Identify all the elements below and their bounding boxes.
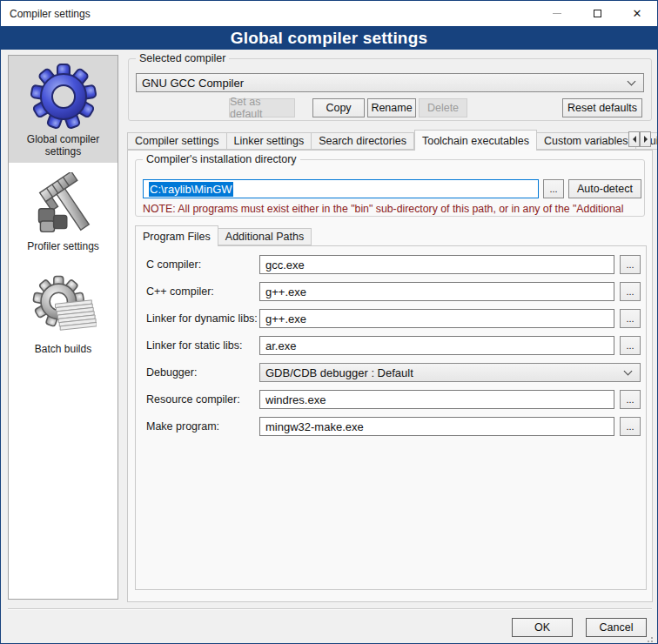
arrow-right-icon bbox=[644, 136, 648, 143]
sidebar-item-label: Batch builds bbox=[9, 341, 118, 355]
c-compiler-label: C compiler: bbox=[146, 258, 201, 271]
compiler-select[interactable]: GNU GCC Compiler bbox=[136, 73, 644, 92]
selected-compiler-legend: Selected compiler bbox=[136, 52, 229, 64]
delete-button[interactable]: Delete bbox=[419, 98, 467, 117]
tab-program-files[interactable]: Program Files bbox=[135, 225, 218, 246]
static-linker-input[interactable] bbox=[259, 336, 614, 355]
settings-sidebar: Global compiler settings bbox=[8, 55, 118, 600]
c-compiler-browse-button[interactable]: ... bbox=[620, 255, 641, 274]
debugger-select[interactable]: GDB/CDB debugger : Default bbox=[259, 363, 641, 382]
install-dir-group: Compiler's installation directory C:\ray… bbox=[135, 159, 645, 217]
install-dir-note: NOTE: All programs must exist either in … bbox=[143, 203, 642, 215]
chevron-down-icon bbox=[628, 77, 636, 85]
sidebar-item-label: Global compiler settings bbox=[9, 131, 118, 158]
tab-scroll-right-button[interactable] bbox=[640, 131, 651, 147]
toolchain-executables-page: Compiler's installation directory C:\ray… bbox=[127, 150, 653, 602]
close-button[interactable]: ✕ bbox=[617, 1, 657, 26]
autodetect-button[interactable]: Auto-detect bbox=[568, 179, 641, 198]
chevron-down-icon bbox=[624, 366, 633, 375]
install-dir-legend: Compiler's installation directory bbox=[143, 153, 300, 165]
reset-defaults-button[interactable]: Reset defaults bbox=[562, 98, 642, 117]
cpp-compiler-row: C++ compiler: ... bbox=[136, 282, 646, 301]
ok-button[interactable]: OK bbox=[512, 618, 573, 637]
sidebar-item-profiler-settings[interactable]: Profiler settings bbox=[9, 169, 118, 259]
window-title: Compiler settings bbox=[10, 8, 91, 20]
dialog-banner: Global compiler settings bbox=[1, 26, 657, 50]
compiler-select-value: GNU GCC Compiler bbox=[137, 77, 628, 90]
compiler-settings-dialog: Compiler settings ✕ Global compiler sett… bbox=[0, 0, 658, 644]
set-as-default-button[interactable]: Set as default bbox=[229, 98, 295, 117]
resource-compiler-row: Resource compiler: ... bbox=[136, 390, 646, 409]
install-dir-selected-text: C:\raylib\MinGW bbox=[149, 182, 233, 197]
dynamic-linker-browse-button[interactable]: ... bbox=[620, 309, 641, 328]
cpp-compiler-input[interactable] bbox=[259, 282, 614, 301]
title-bar[interactable]: Compiler settings ✕ bbox=[1, 1, 657, 26]
tab-search-directories[interactable]: Search directories bbox=[312, 132, 414, 150]
copy-button[interactable]: Copy bbox=[312, 98, 365, 117]
dynamic-linker-input[interactable] bbox=[259, 309, 614, 328]
make-program-browse-button[interactable]: ... bbox=[620, 417, 641, 436]
resize-grip[interactable] bbox=[651, 637, 653, 639]
static-linker-label: Linker for static libs: bbox=[146, 339, 242, 352]
debugger-label: Debugger: bbox=[146, 366, 197, 379]
banner-title: Global compiler settings bbox=[231, 29, 428, 48]
debugger-row: Debugger: GDB/CDB debugger : Default bbox=[136, 363, 646, 382]
tab-toolchain-executables[interactable]: Toolchain executables bbox=[414, 130, 537, 151]
program-files-page: C compiler: ... C++ compiler: ... Linker… bbox=[135, 245, 647, 590]
tab-linker-settings[interactable]: Linker settings bbox=[227, 132, 312, 150]
maximize-icon bbox=[594, 10, 601, 17]
tab-custom-variables[interactable]: Custom variables bbox=[537, 132, 636, 150]
tab-additional-paths[interactable]: Additional Paths bbox=[218, 228, 312, 245]
tab-scroll-left-button[interactable] bbox=[628, 131, 640, 147]
install-dir-input[interactable]: C:\raylib\MinGW bbox=[143, 179, 539, 198]
footer-divider bbox=[8, 608, 652, 610]
cpp-compiler-browse-button[interactable]: ... bbox=[620, 282, 641, 301]
resource-compiler-browse-button[interactable]: ... bbox=[620, 390, 641, 409]
caption-buttons: ✕ bbox=[537, 1, 657, 26]
arrow-left-icon bbox=[633, 136, 636, 143]
tab-compiler-settings[interactable]: Compiler settings bbox=[127, 132, 227, 150]
caliper-icon bbox=[30, 172, 97, 238]
debugger-select-value: GDB/CDB debugger : Default bbox=[260, 366, 625, 379]
resource-compiler-label: Resource compiler: bbox=[146, 393, 240, 406]
cpp-compiler-label: C++ compiler: bbox=[146, 285, 214, 298]
sidebar-item-label: Profiler settings bbox=[9, 238, 118, 252]
static-linker-row: Linker for static libs: ... bbox=[136, 336, 646, 355]
minimize-icon bbox=[553, 13, 561, 14]
c-compiler-input[interactable] bbox=[259, 255, 614, 274]
dynamic-linker-row: Linker for dynamic libs: ... bbox=[136, 309, 646, 328]
make-program-row: Make program: ... bbox=[136, 417, 646, 436]
resource-compiler-input[interactable] bbox=[259, 390, 614, 409]
tab-scroll-arrows bbox=[628, 131, 651, 147]
gray-gear-stack-icon bbox=[30, 275, 97, 341]
minimize-button[interactable] bbox=[537, 1, 577, 26]
static-linker-browse-button[interactable]: ... bbox=[620, 336, 641, 355]
program-tabstrip: Program Files Additional Paths bbox=[135, 225, 312, 245]
compiler-actions-row: Set as default Copy Rename Delete Reset … bbox=[1, 98, 658, 117]
rename-button[interactable]: Rename bbox=[367, 98, 416, 117]
make-program-input[interactable] bbox=[259, 417, 614, 436]
dynamic-linker-label: Linker for dynamic libs: bbox=[146, 312, 258, 325]
install-dir-browse-button[interactable]: ... bbox=[543, 179, 564, 198]
blue-gear-icon bbox=[29, 62, 98, 131]
sidebar-item-batch-builds[interactable]: Batch builds bbox=[9, 268, 118, 364]
maximize-button[interactable] bbox=[577, 1, 617, 26]
c-compiler-row: C compiler: ... bbox=[136, 255, 646, 274]
close-icon: ✕ bbox=[633, 8, 642, 19]
make-program-label: Make program: bbox=[146, 420, 219, 433]
settings-tabstrip: Compiler settings Linker settings Search… bbox=[127, 129, 658, 150]
cancel-button[interactable]: Cancel bbox=[586, 618, 647, 637]
